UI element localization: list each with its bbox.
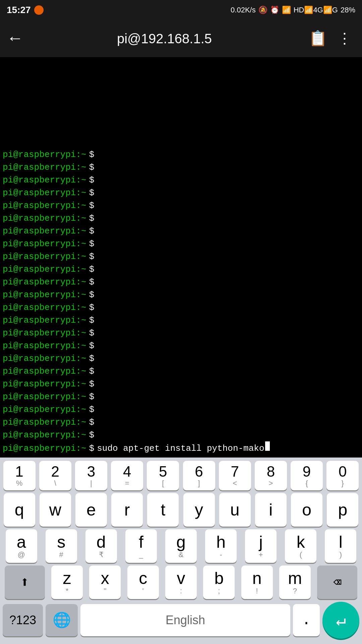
status-right-icons: 0.02K/s 🔕 ⏰ 📶 HD📶4G📶G 28% — [231, 6, 355, 14]
key-1[interactable]: 1% — [3, 461, 36, 490]
terminal-row: pi@raspberrypi:~$ — [3, 237, 359, 250]
key-x[interactable]: x" — [89, 566, 121, 599]
num-sym-key[interactable]: ?123 — [3, 604, 43, 636]
menu-icon[interactable]: ⋮ — [337, 30, 352, 48]
network-speed: 0.02K/s — [231, 6, 256, 14]
wifi-icon: 📶 — [282, 6, 291, 14]
key-g[interactable]: g& — [165, 529, 197, 563]
key-m[interactable]: m? — [279, 566, 311, 599]
terminal-row: pi@raspberrypi:~$ — [3, 148, 359, 161]
globe-key[interactable]: 🌐 — [46, 604, 78, 636]
key-2[interactable]: 2\ — [39, 461, 71, 490]
key-4[interactable]: 4= — [111, 461, 143, 490]
terminal-row: pi@raspberrypi:~$ — [3, 327, 359, 339]
status-bar: 15:27 0.02K/s 🔕 ⏰ 📶 HD📶4G📶G 28% — [0, 0, 362, 20]
zxcv-row: ⬆ z* x" c' v: b; n! m? ⌫ — [0, 566, 362, 599]
key-o[interactable]: o — [291, 493, 322, 527]
key-i[interactable]: i — [255, 493, 287, 527]
clipboard-icon[interactable]: 📋 — [309, 30, 327, 48]
key-8[interactable]: 8> — [255, 461, 287, 490]
terminal-row: pi@raspberrypi:~$ — [3, 276, 359, 288]
key-b[interactable]: b; — [203, 566, 235, 599]
asdf-row: a@ s# d₹ f_ g& h- j+ k( l) — [0, 529, 362, 563]
key-q[interactable]: q — [4, 493, 35, 527]
terminal-row: pi@raspberrypi:~$ — [3, 199, 359, 212]
backspace-key[interactable]: ⌫ — [317, 566, 357, 599]
key-y[interactable]: y — [183, 493, 215, 527]
terminal-row: pi@raspberrypi:~$ — [3, 263, 359, 276]
terminal-row: pi@raspberrypi:~$ — [3, 403, 359, 416]
key-j[interactable]: j+ — [245, 529, 277, 563]
terminal-row: pi@raspberrypi:~$ — [3, 352, 359, 365]
keyboard: 1% 2\ 3| 4= 5[ 6] 7< 8> 9{ 0} q w e r t … — [0, 458, 362, 644]
key-5[interactable]: 5[ — [147, 461, 179, 490]
qwerty-row: q w e r t y u i o p — [0, 493, 362, 527]
terminal-cursor — [265, 441, 270, 451]
terminal-row: pi@raspberrypi:~$ — [3, 250, 359, 263]
key-d[interactable]: d₹ — [85, 529, 117, 563]
key-s[interactable]: s# — [46, 529, 77, 563]
key-9[interactable]: 9{ — [291, 461, 323, 490]
terminal-row: pi@raspberrypi:~$ — [3, 161, 359, 174]
terminal-row: pi@raspberrypi:~$ — [3, 174, 359, 186]
terminal-active-row: pi@raspberrypi:~ $ sudo apt-get install … — [3, 441, 359, 454]
terminal-row: pi@raspberrypi:~$ — [3, 390, 359, 403]
current-command: sudo apt-get install python-mako — [97, 442, 264, 455]
number-row: 1% 2\ 3| 4= 5[ 6] 7< 8> 9{ 0} — [0, 461, 362, 490]
silent-icon: 🔕 — [258, 6, 267, 14]
key-v[interactable]: v: — [165, 566, 197, 599]
status-time: 15:27 — [7, 5, 31, 15]
alarm-icon: ⏰ — [270, 6, 279, 14]
key-f[interactable]: f_ — [125, 529, 157, 563]
key-6[interactable]: 6] — [183, 461, 215, 490]
key-h[interactable]: h- — [205, 529, 237, 563]
period-key[interactable]: . — [293, 604, 320, 636]
key-p[interactable]: p — [327, 493, 358, 527]
key-0[interactable]: 0} — [326, 461, 359, 490]
globe-icon: 🌐 — [53, 611, 71, 629]
terminal[interactable]: pi@raspberrypi:~$ pi@raspberrypi:~$ pi@r… — [0, 57, 362, 458]
terminal-row: pi@raspberrypi:~$ — [3, 339, 359, 352]
bottom-row: ?123 🌐 English . ↵ — [0, 602, 362, 644]
signal-4g: HD📶4G📶G — [294, 6, 338, 14]
terminal-row: pi@raspberrypi:~$ — [3, 429, 359, 441]
key-c[interactable]: c' — [127, 566, 159, 599]
key-a[interactable]: a@ — [6, 529, 37, 563]
spacebar-key[interactable]: English — [80, 604, 290, 636]
notification-icon — [34, 5, 44, 15]
key-u[interactable]: u — [219, 493, 251, 527]
terminal-row: pi@raspberrypi:~$ — [3, 225, 359, 237]
key-w[interactable]: w — [40, 493, 71, 527]
battery: 28% — [341, 6, 355, 14]
terminal-row: pi@raspberrypi:~$ — [3, 301, 359, 314]
terminal-row: pi@raspberrypi:~$ — [3, 212, 359, 225]
terminal-row: pi@raspberrypi:~$ — [3, 365, 359, 378]
shift-key[interactable]: ⬆ — [5, 566, 45, 599]
enter-key[interactable]: ↵ — [322, 602, 359, 639]
terminal-row: pi@raspberrypi:~$ — [3, 288, 359, 301]
terminal-row: pi@raspberrypi:~$ — [3, 186, 359, 199]
terminal-row: pi@raspberrypi:~$ — [3, 416, 359, 429]
key-r[interactable]: r — [111, 493, 143, 527]
terminal-row: pi@raspberrypi:~$ — [3, 378, 359, 390]
key-3[interactable]: 3| — [75, 461, 107, 490]
nav-action-icons: 📋 ⋮ — [309, 30, 352, 48]
terminal-row: pi@raspberrypi:~$ — [3, 314, 359, 327]
enter-icon: ↵ — [336, 610, 346, 631]
key-t[interactable]: t — [147, 493, 179, 527]
key-l[interactable]: l) — [325, 529, 356, 563]
key-k[interactable]: k( — [285, 529, 316, 563]
key-z[interactable]: z* — [51, 566, 83, 599]
key-e[interactable]: e — [75, 493, 107, 527]
nav-title: pi@192.168.1.5 — [117, 31, 212, 46]
terminal-output: pi@raspberrypi:~$ pi@raspberrypi:~$ pi@r… — [3, 148, 359, 454]
key-n[interactable]: n! — [241, 566, 273, 599]
back-button[interactable]: ← — [10, 29, 20, 48]
nav-bar: ← pi@192.168.1.5 📋 ⋮ — [0, 20, 362, 57]
key-7[interactable]: 7< — [219, 461, 251, 490]
